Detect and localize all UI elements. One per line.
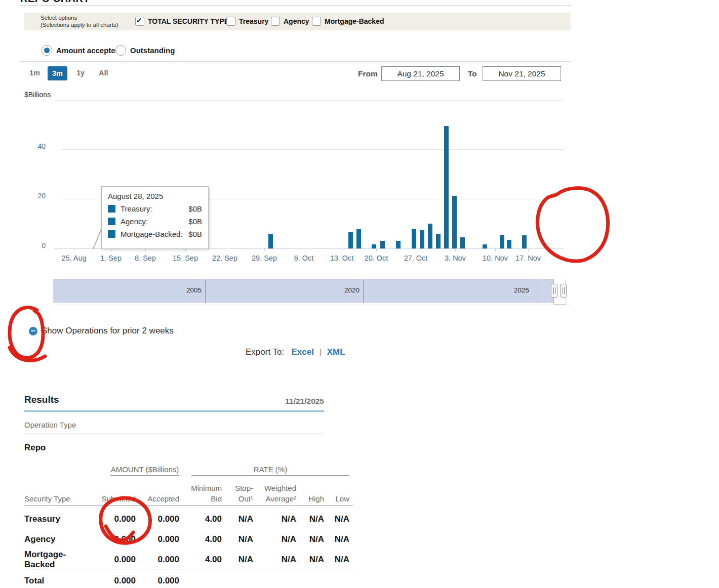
column-header-accepted: Accepted — [136, 482, 179, 504]
column-header-weighted-average: WeightedAverage² — [253, 482, 296, 504]
results-title: Results — [24, 394, 59, 405]
checkbox-unchecked-icon[interactable] — [271, 17, 280, 26]
chart-bar[interactable] — [428, 224, 432, 248]
chart-bar[interactable] — [522, 235, 527, 248]
x-tick-mark — [416, 249, 416, 251]
table-cell: 0.000 — [95, 576, 136, 586]
x-tick-mark — [145, 249, 146, 251]
y-tick-label: 20 — [25, 192, 46, 200]
checkbox-total-security-types[interactable]: TOTAL SECURITY TYPES — [135, 17, 233, 26]
table-cell: N/A — [253, 514, 296, 524]
navigator-left-handle-icon[interactable] — [551, 284, 557, 298]
table-cell: N/A — [324, 514, 349, 524]
collapse-minus-icon[interactable] — [29, 327, 37, 335]
show-operations-toggle[interactable]: Show Operations for prior 2 weeks — [29, 326, 174, 336]
y-axis-title: $Billions — [24, 91, 51, 99]
checkbox-unchecked-icon[interactable] — [226, 17, 235, 26]
y-tick-label: 40 — [25, 142, 46, 150]
chart-bar[interactable] — [460, 237, 465, 248]
navigator-divider — [363, 280, 364, 303]
annotation-circle-collapse-tail — [10, 348, 45, 360]
column-header-low: Low — [324, 482, 349, 504]
chart-bar[interactable] — [444, 126, 449, 248]
chart-bar[interactable] — [348, 232, 353, 248]
radio-outstanding[interactable]: Outstanding — [115, 45, 175, 56]
to-label: To — [468, 69, 477, 78]
section-divider — [20, 61, 571, 62]
range-button-1m[interactable]: 1m — [29, 69, 40, 77]
chart-tooltip: August 28, 2025 Treasury: $0B Agency: $0… — [101, 186, 209, 249]
export-xml-link[interactable]: XML — [327, 347, 345, 357]
table-row: Agency0.0000.0004.00N/AN/AN/AN/A — [24, 529, 349, 550]
export-excel-link[interactable]: Excel — [291, 347, 313, 357]
range-button-all[interactable]: All — [99, 69, 108, 77]
header-underline — [24, 506, 353, 506]
range-button-1y[interactable]: 1y — [76, 69, 85, 77]
operation-type-label: Operation Type — [24, 421, 76, 429]
chart-bar[interactable] — [372, 244, 376, 248]
radio-unselected-icon[interactable] — [115, 45, 126, 56]
table-cell: N/A — [296, 555, 324, 565]
chart-bar[interactable] — [452, 196, 457, 248]
chart-bar[interactable] — [356, 229, 361, 248]
column-header-security-type: Security Type — [24, 482, 95, 504]
y-tick-label: 0 — [25, 241, 46, 249]
to-date-input[interactable]: Nov 21, 2025 — [483, 66, 561, 81]
checkbox-unchecked-icon[interactable] — [312, 17, 321, 26]
x-tick-label: 10. Nov — [477, 254, 513, 262]
radio-selected-icon[interactable] — [42, 45, 52, 56]
x-tick-mark — [528, 249, 529, 251]
chart-bar[interactable] — [420, 230, 424, 248]
x-tick-mark — [111, 249, 111, 251]
results-date: 11/21/2025 — [253, 397, 324, 406]
page-title: REPO CHART — [20, 0, 152, 4]
table-cell: 0.000 — [95, 514, 136, 524]
repo-chart-page: REPO CHART Select options (Selections ap… — [0, 0, 719, 588]
checkbox-checked-icon[interactable] — [135, 17, 144, 26]
table-cell: 0.000 — [136, 576, 179, 586]
column-header-high: High — [296, 482, 324, 504]
chart-bar[interactable] — [436, 234, 441, 248]
chart-bar[interactable] — [483, 244, 487, 248]
export-to-label: Export To: — [246, 347, 284, 357]
column-header-stop-out: Stop-Out¹ — [222, 482, 253, 504]
table-cell: Agency — [24, 534, 95, 544]
navigator-year-2020: 2020 — [319, 286, 360, 294]
checkbox-treasury[interactable]: Treasury — [226, 17, 268, 26]
chart-bar[interactable] — [268, 234, 273, 248]
x-tick-mark — [225, 249, 225, 251]
table-cell: N/A — [296, 514, 324, 524]
chart-bar[interactable] — [500, 235, 504, 248]
gridline-40 — [61, 149, 564, 150]
x-tick-label: 8. Sep — [128, 254, 163, 262]
table-row: Treasury0.0000.0004.00N/AN/AN/AN/A — [24, 509, 349, 529]
checkbox-mortgage-backed[interactable]: Mortgage-Backed — [312, 17, 384, 26]
chart-bar[interactable] — [412, 229, 416, 248]
x-tick-mark — [495, 249, 496, 251]
table-cell: N/A — [253, 555, 296, 565]
table-cell: 4.00 — [179, 555, 222, 565]
table-cell: N/A — [296, 534, 324, 544]
radio-amount-accepted[interactable]: Amount accepted — [42, 45, 120, 56]
from-date-input[interactable]: Aug 21, 2025 — [381, 66, 460, 81]
chart-bar[interactable] — [396, 241, 401, 248]
navigator-bottom-border — [55, 305, 571, 305]
x-tick-label: 20. Oct — [358, 254, 394, 262]
group-header-amount: AMOUNT ($Billions) — [110, 465, 179, 474]
tooltip-row-agency: Agency: $0B — [108, 217, 202, 226]
navigator-right-handle-icon[interactable] — [560, 284, 567, 298]
group-header-rate: RATE (%) — [191, 465, 349, 474]
x-tick-label: 1. Sep — [93, 254, 129, 262]
x-tick-label: 22. Sep — [207, 254, 243, 262]
range-navigator-track[interactable]: 2005 2020 2025 — [53, 279, 566, 303]
range-button-3m[interactable]: 3m — [48, 66, 67, 80]
table-cell: N/A — [324, 555, 349, 565]
top-divider — [20, 5, 571, 6]
x-tick-label: 15. Sep — [168, 254, 203, 262]
chart-bar[interactable] — [507, 240, 511, 248]
export-bar: Export To: Excel | XML — [246, 347, 345, 357]
x-tick-mark — [264, 249, 265, 251]
checkbox-agency[interactable]: Agency — [271, 17, 309, 26]
x-tick-label: 13. Oct — [324, 254, 360, 262]
chart-bar[interactable] — [380, 241, 385, 248]
